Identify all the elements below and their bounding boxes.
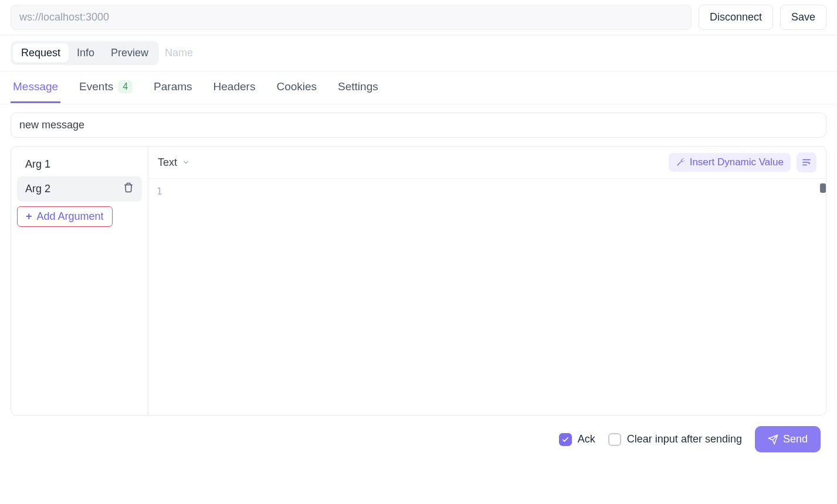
tab-info[interactable]: Info — [69, 43, 103, 63]
view-bar: Request Info Preview Name — [0, 35, 837, 71]
section-tab-params[interactable]: Params — [151, 72, 194, 103]
add-argument-label: Add Argument — [37, 210, 104, 223]
disconnect-button[interactable]: Disconnect — [699, 5, 773, 30]
add-argument-button[interactable]: + Add Argument — [17, 206, 113, 227]
scrollbar-thumb[interactable] — [820, 183, 826, 193]
arg-item-1[interactable]: Arg 1 — [17, 152, 142, 176]
checkbox-icon — [608, 433, 621, 446]
footer: Ack Clear input after sending Send — [0, 416, 837, 463]
clear-input-label: Clear input after sending — [627, 433, 742, 445]
ack-label: Ack — [578, 433, 595, 445]
args-column: Arg 1 Arg 2 + Add Argument — [11, 147, 148, 415]
chevron-down-icon — [182, 158, 190, 166]
wrap-lines-icon — [801, 157, 812, 168]
insert-dynamic-value-button[interactable]: Insert Dynamic Value — [669, 153, 791, 172]
editor-column: Text Insert Dynamic Value 1 — [148, 147, 826, 415]
section-tab-events-label: Events — [79, 80, 113, 93]
url-input[interactable]: ws://localhost:3000 — [11, 5, 692, 30]
magic-wand-icon — [676, 158, 685, 167]
request-name-placeholder[interactable]: Name — [165, 47, 193, 59]
trash-icon[interactable] — [123, 182, 134, 196]
arg-item-label: Arg 1 — [25, 158, 50, 171]
section-tabs: Message Events 4 Params Headers Cookies … — [0, 71, 837, 104]
tab-request[interactable]: Request — [13, 43, 69, 63]
tab-preview[interactable]: Preview — [103, 43, 157, 63]
clear-input-checkbox[interactable]: Clear input after sending — [608, 433, 742, 446]
editor-toolbar-right: Insert Dynamic Value — [669, 152, 816, 172]
checkbox-icon — [559, 433, 572, 446]
arg-item-2[interactable]: Arg 2 — [17, 176, 142, 202]
editor-body[interactable]: 1 — [148, 178, 826, 415]
content: new message Arg 1 Arg 2 + Add Argument T… — [0, 104, 837, 416]
wrap-lines-button[interactable] — [797, 152, 816, 172]
section-tab-headers[interactable]: Headers — [211, 72, 258, 103]
top-bar: ws://localhost:3000 Disconnect Save — [0, 0, 837, 35]
section-tab-events[interactable]: Events 4 — [77, 72, 135, 103]
editor-toolbar: Text Insert Dynamic Value — [148, 147, 826, 178]
ack-checkbox[interactable]: Ack — [559, 433, 595, 446]
section-tab-cookies[interactable]: Cookies — [274, 72, 319, 103]
body-type-select[interactable]: Text — [158, 156, 190, 169]
events-count-badge: 4 — [118, 80, 133, 93]
section-tab-message[interactable]: Message — [11, 72, 60, 103]
plus-icon: + — [26, 210, 32, 223]
body-type-label: Text — [158, 156, 177, 169]
send-button[interactable]: Send — [755, 426, 821, 452]
editor-panel: Arg 1 Arg 2 + Add Argument Text — [11, 146, 826, 416]
arg-item-label: Arg 2 — [25, 183, 50, 195]
insert-dynamic-value-label: Insert Dynamic Value — [690, 156, 784, 168]
line-number: 1 — [157, 186, 162, 197]
section-tab-settings[interactable]: Settings — [336, 72, 381, 103]
send-icon — [768, 434, 778, 445]
view-tab-group: Request Info Preview — [11, 41, 159, 65]
save-button[interactable]: Save — [780, 5, 826, 30]
event-name-input[interactable]: new message — [11, 113, 826, 138]
send-label: Send — [783, 433, 808, 445]
